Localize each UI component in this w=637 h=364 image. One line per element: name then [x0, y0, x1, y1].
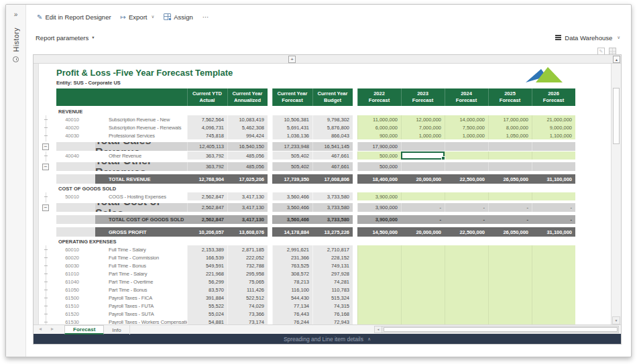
- value-cell[interactable]: 166,539: [187, 253, 227, 261]
- account-code-cell[interactable]: 40030: [56, 131, 95, 139]
- tab-forecast[interactable]: Forecast: [64, 325, 104, 335]
- value-cell[interactable]: 363,792: [187, 151, 227, 160]
- forecast-value-cell[interactable]: [445, 192, 488, 200]
- forecast-value-cell[interactable]: [488, 310, 532, 318]
- tab-info[interactable]: Info: [104, 325, 129, 335]
- value-cell[interactable]: 116,100: [272, 286, 312, 294]
- value-cell[interactable]: 485,056: [227, 162, 268, 171]
- value-cell[interactable]: 3,417,130: [227, 203, 268, 212]
- forecast-value-cell[interactable]: [401, 318, 445, 324]
- forecast-value-cell[interactable]: [488, 253, 532, 261]
- forecast-value-cell[interactable]: [401, 162, 445, 171]
- forecast-value-cell[interactable]: 1,100,000: [532, 131, 575, 139]
- value-cell[interactable]: 2,153,389: [187, 245, 227, 253]
- forecast-value-cell[interactable]: 1,050,000: [488, 131, 532, 139]
- account-label-cell[interactable]: Full Time - Commission: [95, 253, 187, 261]
- spreading-details-bar[interactable]: Spreading and Line item details ∧: [34, 334, 621, 344]
- forecast-value-cell[interactable]: [488, 261, 532, 269]
- value-cell[interactable]: 467,661: [312, 162, 353, 171]
- forecast-value-cell[interactable]: [445, 294, 488, 302]
- forecast-value-cell[interactable]: 22,500,000: [445, 174, 488, 184]
- value-cell[interactable]: 73,366: [227, 310, 268, 318]
- forecast-value-cell[interactable]: [488, 192, 532, 200]
- account-label-cell[interactable]: GROSS PROFIT: [95, 227, 187, 237]
- forecast-value-cell[interactable]: 3,900,000: [357, 215, 401, 224]
- value-cell[interactable]: 3,733,580: [312, 192, 353, 200]
- expand-columns-button[interactable]: +: [288, 56, 296, 63]
- forecast-value-cell[interactable]: 500,000: [357, 151, 401, 160]
- account-code-cell[interactable]: 40040: [56, 151, 95, 160]
- scroll-left-button[interactable]: ◂: [375, 326, 382, 332]
- forecast-value-cell[interactable]: [401, 192, 445, 200]
- forecast-value-cell[interactable]: [357, 269, 401, 278]
- forecast-value-cell[interactable]: [357, 245, 401, 253]
- value-cell[interactable]: 17,739,350: [272, 174, 312, 184]
- value-cell[interactable]: 55,522: [187, 302, 227, 310]
- account-label-cell[interactable]: Professional Services: [95, 131, 187, 139]
- forecast-value-cell[interactable]: [445, 151, 488, 160]
- tab-scroll-right-icon[interactable]: ▸: [51, 326, 54, 332]
- forecast-value-cell[interactable]: [532, 261, 575, 269]
- value-cell[interactable]: 2,710,817: [312, 245, 353, 253]
- value-cell[interactable]: 544,430: [272, 294, 312, 302]
- value-cell[interactable]: 3,560,466: [272, 192, 312, 200]
- forecast-value-cell[interactable]: [532, 302, 575, 310]
- account-code-cell[interactable]: [56, 174, 95, 184]
- forecast-value-cell[interactable]: -: [445, 203, 488, 212]
- account-label-cell[interactable]: Total Cost of Sales: [95, 203, 187, 212]
- forecast-value-cell[interactable]: [445, 269, 488, 278]
- forecast-value-cell[interactable]: 1,000,000: [445, 131, 488, 139]
- value-cell[interactable]: 1,036,136: [272, 131, 312, 139]
- forecast-value-cell[interactable]: 31,100,000: [532, 174, 575, 184]
- forecast-value-cell[interactable]: [488, 294, 532, 302]
- account-label-cell[interactable]: TOTAL REVENUE: [95, 174, 187, 184]
- value-cell[interactable]: 83,570: [187, 286, 227, 294]
- value-cell[interactable]: 549,591: [187, 261, 227, 269]
- forecast-value-cell[interactable]: -: [401, 215, 445, 224]
- value-cell[interactable]: 5,876,800: [312, 123, 353, 131]
- forecast-value-cell[interactable]: [445, 278, 488, 286]
- forecast-value-cell[interactable]: [357, 302, 401, 310]
- forecast-value-cell[interactable]: 17,900,000: [357, 142, 401, 151]
- value-cell[interactable]: 221,968: [187, 269, 227, 278]
- report-parameters-dropdown[interactable]: Report parameters ▾: [36, 34, 94, 42]
- value-cell[interactable]: 763,525: [272, 261, 312, 269]
- forecast-value-cell[interactable]: 12,000,000: [401, 115, 445, 123]
- forecast-value-cell[interactable]: [532, 278, 575, 286]
- scroll-down-button[interactable]: ▼: [612, 316, 620, 324]
- forecast-value-cell[interactable]: [532, 286, 575, 294]
- value-cell[interactable]: 391,884: [187, 294, 227, 302]
- value-cell[interactable]: 222,052: [227, 253, 268, 261]
- tab-scroll-left-icon[interactable]: ◂: [39, 326, 42, 332]
- forecast-value-cell[interactable]: 900,000: [357, 131, 401, 139]
- forecast-value-cell[interactable]: [445, 253, 488, 261]
- forecast-value-cell[interactable]: [401, 261, 445, 269]
- account-label-cell[interactable]: Full Time - Bonus: [95, 261, 187, 269]
- value-cell[interactable]: 231,366: [272, 253, 312, 261]
- account-label-cell[interactable]: Full Time - Salary: [95, 245, 187, 253]
- forecast-value-cell[interactable]: [488, 318, 532, 324]
- forecast-value-cell[interactable]: [445, 286, 488, 294]
- forecast-value-cell[interactable]: [445, 310, 488, 318]
- forecast-value-cell[interactable]: [532, 245, 575, 253]
- value-cell[interactable]: 10,206,057: [187, 227, 227, 237]
- value-cell[interactable]: 2,991,621: [272, 245, 312, 253]
- value-cell[interactable]: 54,881: [187, 318, 227, 324]
- value-cell[interactable]: 76,168: [312, 310, 353, 318]
- value-cell[interactable]: 2,562,847: [187, 203, 227, 212]
- value-cell[interactable]: 297,928: [312, 269, 353, 278]
- forecast-value-cell[interactable]: [532, 142, 575, 151]
- forecast-value-cell[interactable]: [445, 245, 488, 253]
- value-cell[interactable]: 16,541,145: [312, 142, 353, 151]
- account-code-cell[interactable]: [56, 215, 95, 224]
- forecast-value-cell[interactable]: [488, 142, 532, 151]
- forecast-value-cell[interactable]: 500,000: [357, 162, 401, 171]
- forecast-value-cell[interactable]: [532, 192, 575, 200]
- value-cell[interactable]: 13,608,076: [227, 227, 268, 237]
- value-cell[interactable]: 72,943: [312, 318, 353, 324]
- account-code-cell[interactable]: 61530: [56, 318, 95, 324]
- value-cell[interactable]: 2,562,847: [187, 215, 227, 224]
- forecast-value-cell[interactable]: 14,500,000: [357, 227, 401, 237]
- account-label-cell[interactable]: Payroll Taxes - FICA: [95, 294, 187, 302]
- account-label-cell[interactable]: Payroll Taxes - Workers Compensation: [95, 318, 187, 324]
